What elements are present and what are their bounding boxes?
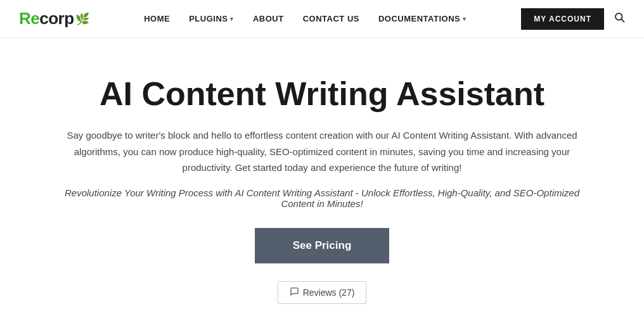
nav-item-about[interactable]: ABOUT [253,14,284,23]
chevron-down-icon: ▾ [463,16,467,22]
nav-item-docs[interactable]: DOCUMENTATIONS ▾ [378,14,467,23]
comment-icon [290,287,299,298]
nav-item-contact[interactable]: CONTACT US [303,14,359,23]
svg-line-1 [621,19,624,22]
search-icon [614,11,625,26]
nav-item-plugins[interactable]: PLUGINS ▾ [189,14,234,23]
hero-section: AI Content Writing Assistant Say goodbye… [0,38,644,328]
search-button[interactable] [614,11,625,26]
nav-item-home[interactable]: HOME [144,14,170,23]
my-account-button[interactable]: MY ACCOUNT [521,8,604,30]
hero-title: AI Content Writing Assistant [51,76,593,112]
logo-text: Recorp [19,9,74,28]
logo[interactable]: Recorp 🌿 [19,9,89,28]
main-nav: HOME PLUGINS ▾ ABOUT CONTACT US DOCUMENT… [144,14,467,23]
header: Recorp 🌿 HOME PLUGINS ▾ ABOUT CONTACT US… [0,0,644,38]
reviews-label: Reviews (27) [303,287,355,298]
reviews-button[interactable]: Reviews (27) [278,281,367,304]
header-right: MY ACCOUNT [521,8,625,30]
cta-buttons: See Pricing Reviews (27) [51,228,593,304]
hero-tagline: Revolutionize Your Writing Process with … [51,187,593,209]
hero-description: Say goodbye to writer's block and hello … [51,127,593,176]
chevron-down-icon: ▾ [230,16,234,22]
see-pricing-button[interactable]: See Pricing [255,228,390,263]
logo-leaf-icon: 🌿 [75,12,89,26]
